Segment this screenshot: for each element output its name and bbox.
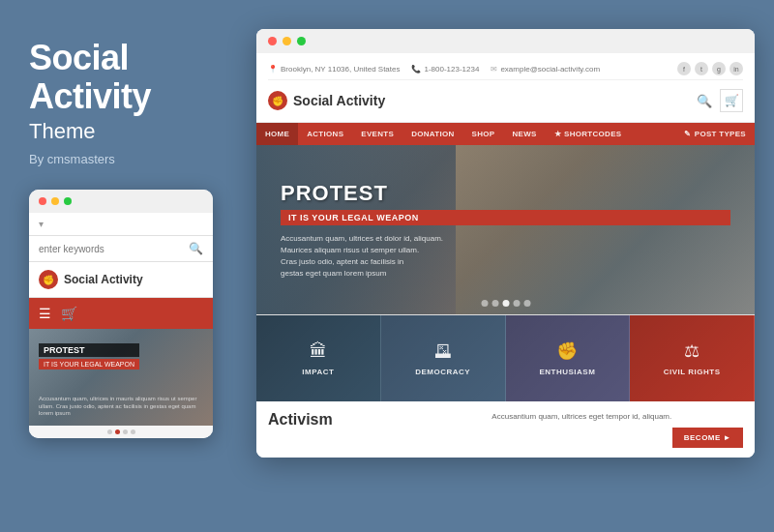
mobile-mockup: ▾ 🔍 ✊ Social Activity ☰ 🛒 PROTEST I [29, 190, 213, 438]
nav-home[interactable]: HOME [256, 123, 298, 145]
mobile-dot-2 [115, 429, 120, 434]
site-brand-row: ✊ Social Activity 🔍 🛒 [268, 84, 743, 117]
site-social-links: f t g in [677, 62, 743, 75]
nav-events[interactable]: EVENTS [352, 123, 402, 145]
democracy-icon: 🗳 [434, 341, 452, 362]
mobile-protest-subtitle: IT IS YOUR LEGAL WEAPON [39, 359, 139, 369]
site-nav: HOME ACTIONS EVENTS DONATION SHOP NEWS ★… [256, 123, 755, 145]
theme-author: By cmsmasters [29, 152, 237, 166]
site-brand: ✊ Social Activity [268, 91, 385, 110]
desktop-mockup: 📍 Brooklyn, NY 11036, United States 📞 1-… [256, 29, 755, 458]
hero-dot-1 [481, 300, 488, 307]
become-button[interactable]: BECOME ► [672, 428, 743, 448]
mobile-protest-text: PROTEST IT IS YOUR LEGAL WEAPON [39, 343, 139, 369]
site-hero: PROTEST IT IS YOUR LEGAL WEAPON Accusant… [256, 145, 755, 314]
site-address: 📍 Brooklyn, NY 11036, United States [268, 65, 400, 74]
nav-donation[interactable]: DONATION [402, 123, 462, 145]
mobile-hero-desc: Accusantum quam, ultrices in mauris aliq… [39, 396, 203, 418]
desktop-dot-green [297, 37, 306, 45]
location-icon: 📍 [268, 65, 278, 74]
mobile-dot-1 [107, 429, 112, 434]
search-icon[interactable]: 🔍 [697, 94, 712, 108]
feature-cards: 🏛 IMPACT 🗳 DEMOCRACY ✊ ENTHUSIASM ⚖ CIVI… [256, 314, 755, 401]
bottom-right: Accusantium quam, ultrices eget tempor i… [491, 411, 743, 448]
mobile-slide-dots [29, 426, 213, 438]
theme-title: Social Activity [29, 39, 237, 115]
mobile-search-bar: 🔍 [29, 236, 213, 262]
nav-shop[interactable]: SHOP [463, 123, 504, 145]
hero-dot-2 [491, 300, 498, 307]
mobile-brand: ✊ Social Activity [29, 262, 213, 298]
linkedin-icon[interactable]: in [729, 62, 743, 75]
activism-desc: Accusantium quam, ultrices eget tempor i… [491, 411, 743, 423]
email-icon: ✉ [491, 65, 497, 74]
bottom-left: Activism [268, 411, 477, 448]
phone-icon: 📞 [411, 65, 421, 74]
civil-rights-icon: ⚖ [684, 340, 700, 362]
twitter-icon[interactable]: t [695, 62, 708, 75]
nav-shortcodes[interactable]: ★ SHORTCODES [546, 123, 631, 145]
mobile-dot-yellow [51, 197, 59, 205]
google-icon[interactable]: g [712, 62, 726, 75]
site-top-bar: 📍 Brooklyn, NY 11036, United States 📞 1-… [268, 58, 743, 80]
mobile-hamburger-icon[interactable]: ☰ [39, 306, 51, 321]
impact-label: IMPACT [302, 368, 334, 376]
enthusiasm-label: ENTHUSIASM [539, 368, 595, 376]
site-logo-icon: ✊ [268, 91, 287, 110]
mobile-dot-3 [123, 429, 128, 434]
site-header-icons: 🔍 🛒 [697, 89, 743, 112]
nav-actions[interactable]: ACTIONS [298, 123, 352, 145]
site-top-info: 📍 Brooklyn, NY 11036, United States 📞 1-… [268, 65, 600, 74]
theme-subtitle: Theme [29, 119, 237, 144]
cart-button[interactable]: 🛒 [720, 89, 743, 112]
hero-slide-dots [481, 300, 530, 307]
mobile-dot-red [39, 197, 46, 205]
nav-news[interactable]: NEWS [503, 123, 545, 145]
feature-card-impact[interactable]: 🏛 IMPACT [256, 315, 381, 401]
democracy-label: DEMOCRACY [415, 368, 470, 376]
activism-title: Activism [268, 411, 477, 429]
site-header: 📍 Brooklyn, NY 11036, United States 📞 1-… [256, 53, 755, 123]
hero-dot-4 [513, 300, 520, 307]
mobile-search-icon: 🔍 [189, 242, 203, 255]
desktop-dot-red [268, 37, 277, 45]
mobile-nav-bar: ☰ 🛒 [29, 298, 213, 329]
mobile-dot-4 [131, 429, 135, 434]
nav-post-types[interactable]: ✎ POST TYPES [675, 123, 755, 145]
hero-subtitle: IT IS YOUR LEGAL WEAPON [281, 210, 730, 225]
mobile-protest-title: PROTEST [39, 343, 139, 357]
mobile-search-input[interactable] [39, 244, 185, 254]
civil-rights-label: CIVIL RIGHTS [664, 368, 721, 376]
mobile-cart-icon[interactable]: 🛒 [61, 306, 77, 321]
site-email: ✉ example@social-activity.com [491, 65, 600, 74]
mobile-dropdown[interactable]: ▾ [29, 213, 213, 236]
hero-dot-5 [523, 300, 530, 307]
feature-card-civil-rights[interactable]: ⚖ CIVIL RIGHTS [630, 315, 755, 401]
desktop-top-bar [256, 29, 755, 53]
mobile-brand-name: Social Activity [64, 273, 143, 286]
mobile-top-bar [29, 190, 213, 213]
main-container: Social Activity Theme By cmsmasters ▾ 🔍 … [0, 0, 774, 532]
mobile-brand-icon: ✊ [39, 270, 58, 289]
site-bottom: Activism Accusantium quam, ultrices eget… [256, 401, 755, 458]
mobile-dot-green [64, 197, 72, 205]
feature-card-democracy[interactable]: 🗳 DEMOCRACY [381, 315, 506, 401]
enthusiasm-icon: ✊ [556, 340, 578, 362]
left-panel: Social Activity Theme By cmsmasters ▾ 🔍 … [29, 29, 237, 438]
site-phone: 📞 1-800-123-1234 [411, 65, 479, 74]
feature-card-enthusiasm[interactable]: ✊ ENTHUSIASM [506, 315, 631, 401]
facebook-icon[interactable]: f [677, 62, 691, 75]
impact-icon: 🏛 [310, 341, 327, 362]
hero-desc: Accusantum quam, ultrices et dolor id, a… [281, 233, 455, 280]
mobile-hero: PROTEST IT IS YOUR LEGAL WEAPON Accusant… [29, 329, 213, 426]
hero-dot-3 [502, 300, 509, 307]
hero-overlay: PROTEST IT IS YOUR LEGAL WEAPON Accusant… [256, 145, 755, 314]
site-brand-name: Social Activity [293, 93, 385, 108]
desktop-dot-yellow [283, 37, 291, 45]
hero-title: PROTEST [281, 181, 730, 206]
